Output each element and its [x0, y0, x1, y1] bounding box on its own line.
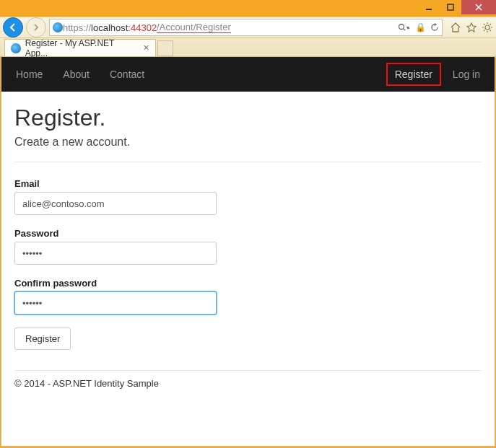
tab-strip: Register - My ASP.NET App... ✕ — [0, 38, 496, 57]
tab-favicon-icon — [11, 43, 21, 53]
nav-register[interactable]: Register — [386, 63, 441, 86]
svg-text:▾: ▾ — [406, 25, 409, 31]
home-icon[interactable] — [450, 22, 461, 33]
page-content: Register. Create a new account. Email Pa… — [1, 92, 495, 396]
page-subtitle: Create a new account. — [14, 136, 482, 149]
divider — [14, 162, 482, 162]
password-field[interactable] — [14, 242, 217, 265]
page-title: Register. — [14, 105, 482, 131]
window-close-button[interactable] — [461, 0, 496, 14]
browser-chrome-buttons — [450, 22, 493, 33]
forward-button[interactable] — [26, 17, 46, 38]
svg-line-13 — [490, 30, 492, 32]
window-maximize-button[interactable] — [440, 0, 461, 14]
email-label: Email — [14, 178, 482, 189]
svg-line-15 — [490, 24, 492, 25]
ie-favicon-icon — [53, 22, 63, 32]
page-footer: © 2014 - ASP.NET Identity Sample — [14, 370, 482, 389]
tab-title: Register - My ASP.NET App... — [25, 38, 136, 58]
copyright-text: © 2014 - ASP.NET Identity Sample — [14, 378, 482, 389]
url-port: :44302 — [128, 22, 157, 33]
search-dropdown-icon[interactable]: ▾ — [398, 23, 411, 32]
url-path: /Account/Register — [157, 22, 231, 33]
lock-icon: 🔒 — [415, 22, 426, 32]
favorites-icon[interactable] — [466, 22, 477, 33]
window-minimize-button[interactable] — [418, 0, 440, 14]
address-bar-tools: ▾ 🔒 — [398, 22, 439, 32]
footer-divider — [14, 370, 482, 371]
svg-rect-1 — [448, 4, 453, 10]
svg-line-5 — [404, 29, 405, 30]
back-button[interactable] — [3, 17, 23, 38]
confirm-password-field[interactable] — [14, 291, 217, 315]
svg-point-7 — [485, 25, 490, 30]
email-field[interactable] — [14, 192, 217, 215]
refresh-button[interactable] — [430, 23, 439, 32]
url-protocol: https:// — [63, 22, 91, 33]
nav-home[interactable]: Home — [16, 69, 43, 80]
svg-line-14 — [484, 30, 485, 32]
nav-about[interactable]: About — [63, 69, 90, 80]
svg-point-4 — [399, 25, 404, 30]
svg-line-12 — [484, 24, 485, 25]
close-tab-icon[interactable]: ✕ — [143, 43, 149, 53]
browser-tab[interactable]: Register - My ASP.NET App... ✕ — [4, 39, 156, 56]
settings-gear-icon[interactable] — [482, 22, 493, 33]
nav-contact[interactable]: Contact — [110, 69, 144, 80]
nav-login[interactable]: Log in — [453, 69, 480, 80]
browser-toolbar: https://localhost:44302/Account/Register… — [0, 17, 496, 38]
address-bar[interactable]: https://localhost:44302/Account/Register… — [49, 19, 443, 36]
confirm-password-label: Confirm password — [14, 278, 482, 289]
new-tab-button[interactable] — [157, 40, 173, 56]
password-label: Password — [14, 228, 482, 239]
page-viewport: Home About Contact Register Log in Regis… — [1, 57, 495, 447]
url-host: localhost — [91, 22, 128, 33]
window-titlebar — [0, 0, 496, 17]
site-navbar: Home About Contact Register Log in — [1, 57, 495, 92]
register-button[interactable]: Register — [14, 328, 71, 350]
